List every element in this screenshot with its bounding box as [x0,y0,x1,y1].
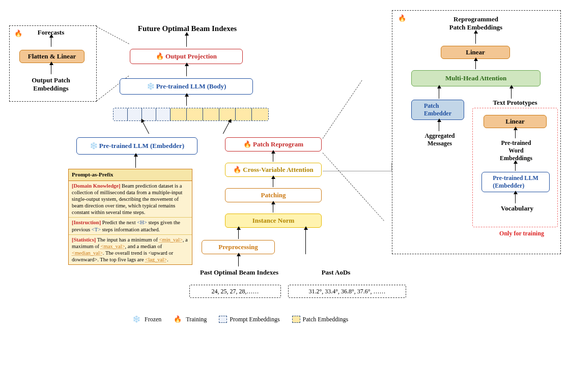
prompt-statistics-section: [Statistics] The input has a minimum of … [69,235,192,265]
pretrained-embedder-box: ❄️ Pre-trained LLM (Embedder) [76,137,197,155]
connector-line [323,80,362,139]
output-projection-box: 🔥 Output Projection [130,49,243,64]
legend-prompt-emb: Prompt Embeddings [219,316,279,323]
preprocessing-box: Preprocessing [202,240,275,254]
flame-icon: 🔥 [156,52,164,61]
text-prototypes-label: Text Prototypes [485,99,546,107]
arrow-icon [135,157,136,168]
cross-var-attn-box: 🔥 Cross-Variable Attention [225,163,322,177]
arrow-icon [186,36,187,47]
arrow-icon [223,122,230,134]
past-aod-data-text: 31.2°, 33.4°, 36.8°, 37.6°, …… [308,288,385,295]
stats-min: <min_val> [159,237,183,243]
arrow-icon [51,38,51,47]
arrow-icon [51,65,51,74]
patch-emb-cell [171,108,187,120]
instr-H: <H> [137,220,147,225]
snowflake-icon: ❄️ [90,142,98,150]
past-beam-data-box: 24, 25, 27, 28,…… [189,285,281,298]
patch-emb-cell [203,108,219,120]
arrow-icon [273,154,273,162]
multihead-attn-box: Multi-Head Attention [411,70,541,86]
patch-emb-cell [252,108,268,120]
arrow-icon [439,88,439,99]
past-beam-data-text: 24, 25, 27, 28,…… [212,288,259,295]
arrow-icon [186,97,187,106]
arrow-icon [273,204,273,213]
prompt-instruction-section: [Instruction] Predict the next <H> steps… [69,218,192,234]
pretrained-body-box: ❄️ Pre-trained LLM (Body) [120,78,253,95]
stats-lag: <lag_val> [145,257,167,262]
arrow-icon [273,179,273,187]
arrow-icon [511,88,512,99]
embeddings-strip [113,108,269,121]
reprog-patch-emb-label: Reprogrammed Patch Embeddings [433,15,519,32]
connector-line [323,171,392,171]
legend-patch-emb: Patch Embeddings [292,316,349,323]
patch-embedder-box: Patch Embedder [411,100,464,120]
flame-icon: 🔥 [243,140,251,148]
cross-var-attn-text: Cross-Variable Attention [243,166,313,174]
legend-training: 🔥 Training [174,315,207,323]
only-training-label: Only for training [489,230,555,237]
arrow-icon [515,164,516,171]
prompt-emb-cell [128,108,142,120]
prompt-emb-cell [156,108,171,120]
patch-reprogram-box: 🔥 Patch Reprogram [225,137,322,152]
patch-emb-swatch [292,316,300,323]
connector-line [391,163,392,171]
arrow-icon [475,61,476,69]
snowflake-icon: ❄️ [132,315,140,323]
stats-max: <max_val> [101,244,125,249]
arrow-icon [238,230,239,239]
legend-patch-emb-text: Patch Embeddings [303,316,349,323]
instr-T: <T> [92,227,101,232]
legend-prompt-emb-text: Prompt Embeddings [230,316,279,323]
arrow-icon [238,256,239,266]
prompt-domain-section: [Domain Knowledge] Beam prediction datas… [69,181,192,218]
stats-c: , and a median of [125,244,162,249]
flame-icon: 🔥 [14,29,22,38]
patching-box: Patching [225,188,322,202]
stats-e: . [167,257,168,262]
pretrained-embedder-text: Pre-trained LLM (Embedder) [99,142,184,150]
flame-icon: 🔥 [174,315,182,323]
patch-reprogram-text: Patch Reprogram [253,140,303,148]
arrow-icon [305,230,306,254]
past-beam-label: Past Optimal Beam Indexes [188,268,290,277]
arrow-icon [439,122,439,131]
output-projection-text: Output Projection [165,52,217,61]
vocabulary-label: Vocabulary [497,204,537,213]
past-aod-data-box: 31.2°, 33.4°, 36.8°, 37.6°, …… [288,285,406,298]
pretrained-body-text: Pre-trained LLM (Body) [156,82,226,91]
pretrained-llm-emb-box: Pre-trained LLM (Embedder) [481,172,550,192]
output-patch-emb-label: Output Patch Embeddings [20,76,81,93]
patch-emb-cell [219,108,236,120]
legend: ❄️ Frozen 🔥 Training Prompt Embeddings P… [132,315,348,323]
stats-med: <median_val> [72,250,103,256]
arrow-icon [186,66,187,76]
prompt-emb-cell [142,108,156,120]
arrow-icon [515,130,516,138]
prompt-card: Prompt-as-Prefix [Domain Knowledge] Beam… [68,169,192,265]
legend-frozen-text: Frozen [145,316,161,323]
prompt-title: Prompt-as-Prefix [69,169,192,181]
past-aod-label: Past AoDs [305,268,366,277]
instruction-tag: [Instruction] [72,220,101,225]
aggregated-messages-label: Aggregated Messages [415,132,464,147]
legend-training-text: Training [186,316,207,323]
patch-emb-cell [236,108,252,120]
connector-line [323,153,384,221]
flame-icon: 🔥 [233,166,241,174]
arrow-icon [143,122,149,134]
instr-c: steps information attached. [101,227,160,232]
prompt-emb-cell [113,108,128,120]
prompt-emb-swatch [219,316,227,323]
arrow-icon [475,34,476,44]
instr-a: Predict the next [101,220,137,225]
patch-emb-cell [187,108,203,120]
arrow-icon [515,194,516,203]
domain-tag: [Domain Knowledge] [72,183,120,189]
snowflake-icon: ❄️ [147,82,155,91]
stats-a: The input has a minimum of [96,237,159,243]
